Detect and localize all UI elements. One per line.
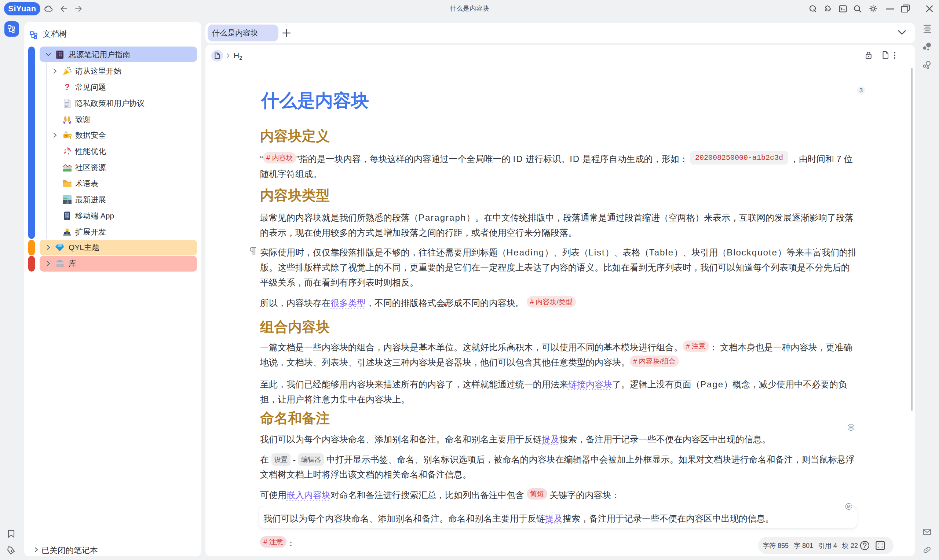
svg-text:?: ?: [65, 83, 70, 92]
